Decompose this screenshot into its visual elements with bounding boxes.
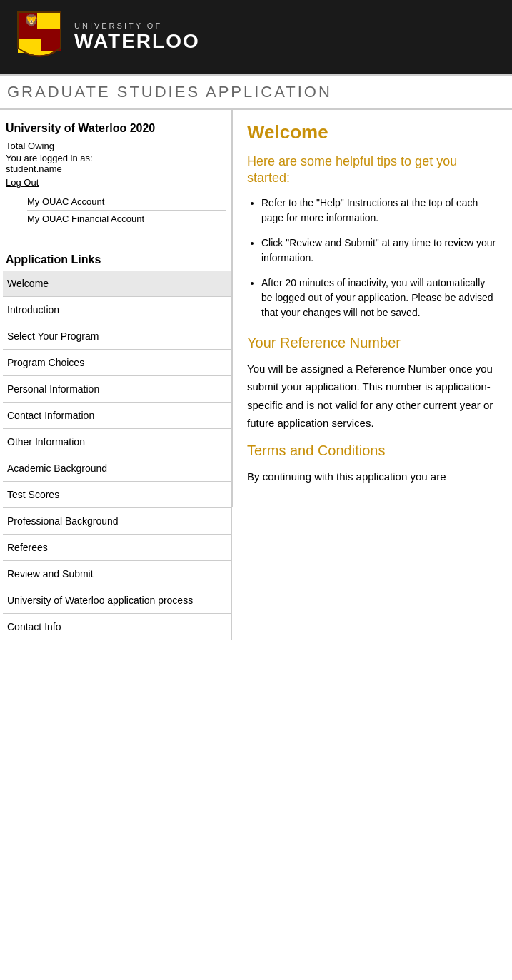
nav-link[interactable]: Select Your Program	[3, 323, 231, 349]
tip-item: After 20 minutes of inactivity, you will…	[261, 276, 498, 320]
total-owing-label: Total Owing	[6, 141, 226, 151]
page-title: GRADUATE STUDIES APPLICATION	[7, 83, 505, 101]
nav-link[interactable]: Referees	[3, 535, 231, 560]
terms-heading: Terms and Conditions	[247, 443, 498, 459]
nav-link[interactable]: Program Choices	[3, 350, 231, 375]
nav-link[interactable]: Contact Information	[3, 403, 231, 428]
university-of-label: UNIVERSITY OF	[74, 21, 200, 30]
nav-item: Other Information	[3, 429, 231, 455]
account-links: My OUAC Account My OUAC Financial Accoun…	[6, 193, 226, 236]
app-links-title: Application Links	[3, 245, 231, 271]
nav-link[interactable]: Professional Background	[3, 508, 231, 534]
page-header: 🦁 UNIVERSITY OF WATERLOO	[0, 0, 512, 74]
page-title-bar: GRADUATE STUDIES APPLICATION	[0, 74, 512, 110]
university-shield-icon: 🦁	[14, 9, 64, 66]
nav-list: WelcomeIntroductionSelect Your ProgramPr…	[3, 271, 231, 640]
nav-item: Professional Background	[3, 508, 231, 535]
nav-link[interactable]: Personal Information	[3, 376, 231, 402]
tips-heading: Here are some helpful tips to get you st…	[247, 153, 498, 187]
svg-text:🦁: 🦁	[24, 14, 39, 27]
terms-body: By continuing with this application you …	[247, 468, 498, 486]
nav-item: Review and Submit	[3, 561, 231, 587]
svg-rect-0	[18, 29, 61, 39]
tips-list: Refer to the "Help" Instructions at the …	[261, 196, 498, 320]
reference-body: You will be assigned a Reference Number …	[247, 360, 498, 433]
nav-link[interactable]: Test Scores	[3, 482, 231, 507]
nav-link[interactable]: Introduction	[3, 297, 231, 323]
nav-item: Referees	[3, 535, 231, 561]
nav-link[interactable]: Contact Info	[3, 614, 231, 640]
tip-item: Click "Review and Submit" at any time to…	[261, 236, 498, 266]
nav-item: Test Scores	[3, 482, 231, 508]
nav-item: Academic Background	[3, 455, 231, 482]
logged-in-as-label: You are logged in as:	[6, 153, 226, 163]
nav-item: Introduction	[3, 297, 231, 323]
my-ouac-account-link[interactable]: My OUAC Account	[27, 193, 226, 211]
main-content: Welcome Here are some helpful tips to ge…	[232, 110, 512, 507]
sidebar: University of Waterloo 2020 Total Owing …	[0, 110, 232, 640]
nav-item: Contact Information	[3, 403, 231, 429]
reference-heading: Your Reference Number	[247, 335, 498, 351]
nav-link[interactable]: Other Information	[3, 429, 231, 455]
sidebar-user-info: University of Waterloo 2020 Total Owing …	[3, 117, 231, 245]
nav-item: Program Choices	[3, 350, 231, 376]
university-logo-text: UNIVERSITY OF WATERLOO	[74, 21, 200, 53]
nav-item: University of Waterloo application proce…	[3, 587, 231, 614]
nav-item: Contact Info	[3, 614, 231, 640]
welcome-heading: Welcome	[247, 121, 498, 143]
nav-link[interactable]: Review and Submit	[3, 561, 231, 587]
waterloo-label: WATERLOO	[74, 30, 200, 53]
svg-rect-2	[41, 12, 61, 29]
nav-item: Welcome	[3, 271, 231, 297]
nav-link[interactable]: Welcome	[3, 271, 231, 296]
nav-link[interactable]: University of Waterloo application proce…	[3, 587, 231, 613]
my-ouac-financial-account-link[interactable]: My OUAC Financial Account	[27, 211, 226, 227]
nav-link[interactable]: Academic Background	[3, 455, 231, 481]
tip-item: Refer to the "Help" Instructions at the …	[261, 196, 498, 226]
nav-item: Personal Information	[3, 376, 231, 403]
student-name: student.name	[6, 163, 226, 174]
app-title: University of Waterloo 2020	[6, 121, 226, 136]
main-layout: University of Waterloo 2020 Total Owing …	[0, 110, 512, 640]
logout-link[interactable]: Log Out	[6, 177, 226, 188]
nav-item: Select Your Program	[3, 323, 231, 350]
